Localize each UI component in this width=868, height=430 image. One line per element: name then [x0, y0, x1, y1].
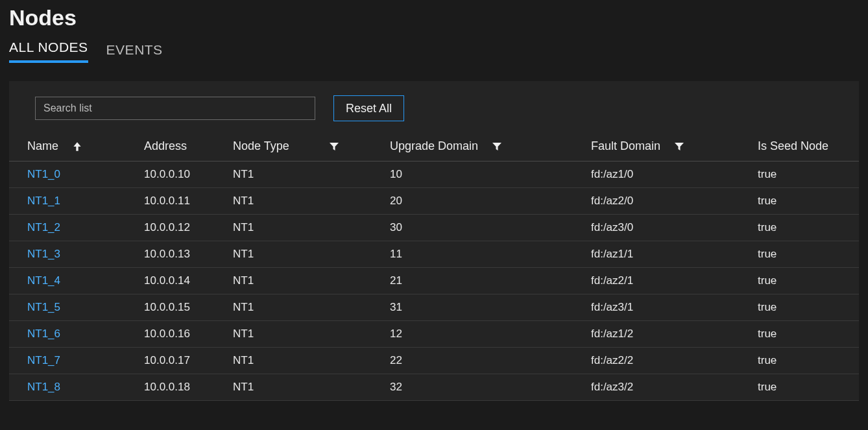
- node-is-seed: true: [753, 241, 859, 268]
- filter-icon[interactable]: [491, 141, 503, 152]
- node-address: 10.0.0.12: [139, 215, 228, 241]
- node-fault-domain: fd:/az1/1: [586, 241, 753, 268]
- node-address: 10.0.0.17: [139, 348, 228, 374]
- col-header-address-label: Address: [144, 139, 187, 153]
- arrow-up-icon[interactable]: [71, 141, 83, 152]
- table-row: NT1_510.0.0.15NT131fd:/az3/1true: [9, 294, 859, 321]
- tab-events[interactable]: EVENTS: [106, 42, 163, 63]
- node-is-seed: true: [753, 321, 859, 348]
- node-is-seed: true: [753, 268, 859, 294]
- page-title: Nodes: [0, 0, 868, 40]
- col-header-address[interactable]: Address: [139, 133, 228, 161]
- col-header-fault-domain-label: Fault Domain: [591, 139, 660, 153]
- table-row: NT1_110.0.0.11NT120fd:/az2/0true: [9, 188, 859, 215]
- filter-icon[interactable]: [328, 141, 340, 152]
- node-fault-domain: fd:/az1/0: [586, 161, 753, 188]
- content-panel: Reset All Name Address: [9, 81, 859, 401]
- col-header-node-type-label: Node Type: [233, 139, 289, 153]
- node-upgrade-domain: 32: [385, 374, 586, 401]
- node-fault-domain: fd:/az3/2: [586, 374, 753, 401]
- node-type: NT1: [228, 188, 385, 215]
- col-header-name-label: Name: [27, 139, 58, 153]
- node-fault-domain: fd:/az3/0: [586, 215, 753, 241]
- col-header-name[interactable]: Name: [9, 133, 139, 161]
- col-header-is-seed[interactable]: Is Seed Node: [753, 133, 859, 161]
- node-is-seed: true: [753, 348, 859, 374]
- node-type: NT1: [228, 374, 385, 401]
- node-fault-domain: fd:/az2/1: [586, 268, 753, 294]
- node-name-link[interactable]: NT1_0: [9, 161, 139, 188]
- node-type: NT1: [228, 268, 385, 294]
- node-fault-domain: fd:/az3/1: [586, 294, 753, 321]
- table-row: NT1_810.0.0.18NT132fd:/az3/2true: [9, 374, 859, 401]
- node-is-seed: true: [753, 294, 859, 321]
- node-type: NT1: [228, 241, 385, 268]
- node-name-link[interactable]: NT1_3: [9, 241, 139, 268]
- node-name-link[interactable]: NT1_1: [9, 188, 139, 215]
- col-header-fault-domain[interactable]: Fault Domain: [586, 133, 753, 161]
- node-is-seed: true: [753, 188, 859, 215]
- node-upgrade-domain: 30: [385, 215, 586, 241]
- node-type: NT1: [228, 161, 385, 188]
- node-name-link[interactable]: NT1_7: [9, 348, 139, 374]
- node-address: 10.0.0.14: [139, 268, 228, 294]
- node-address: 10.0.0.16: [139, 321, 228, 348]
- node-fault-domain: fd:/az1/2: [586, 321, 753, 348]
- table-row: NT1_010.0.0.10NT110fd:/az1/0true: [9, 161, 859, 188]
- node-upgrade-domain: 11: [385, 241, 586, 268]
- reset-all-button[interactable]: Reset All: [333, 95, 404, 121]
- tabs-bar: ALL NODES EVENTS: [0, 40, 868, 63]
- node-name-link[interactable]: NT1_4: [9, 268, 139, 294]
- node-address: 10.0.0.10: [139, 161, 228, 188]
- node-address: 10.0.0.13: [139, 241, 228, 268]
- table-row: NT1_210.0.0.12NT130fd:/az3/0true: [9, 215, 859, 241]
- node-upgrade-domain: 22: [385, 348, 586, 374]
- node-upgrade-domain: 10: [385, 161, 586, 188]
- node-is-seed: true: [753, 374, 859, 401]
- node-fault-domain: fd:/az2/0: [586, 188, 753, 215]
- node-name-link[interactable]: NT1_2: [9, 215, 139, 241]
- node-upgrade-domain: 20: [385, 188, 586, 215]
- node-upgrade-domain: 12: [385, 321, 586, 348]
- node-upgrade-domain: 31: [385, 294, 586, 321]
- node-address: 10.0.0.11: [139, 188, 228, 215]
- col-header-node-type[interactable]: Node Type: [228, 133, 385, 161]
- tab-all-nodes[interactable]: ALL NODES: [9, 40, 88, 63]
- node-name-link[interactable]: NT1_6: [9, 321, 139, 348]
- node-type: NT1: [228, 321, 385, 348]
- search-input[interactable]: [35, 97, 315, 120]
- node-type: NT1: [228, 348, 385, 374]
- filter-icon[interactable]: [673, 141, 685, 152]
- col-header-is-seed-label: Is Seed Node: [758, 139, 828, 153]
- table-row: NT1_310.0.0.13NT111fd:/az1/1true: [9, 241, 859, 268]
- node-is-seed: true: [753, 215, 859, 241]
- col-header-upgrade-domain[interactable]: Upgrade Domain: [385, 133, 586, 161]
- node-name-link[interactable]: NT1_5: [9, 294, 139, 321]
- node-type: NT1: [228, 215, 385, 241]
- toolbar: Reset All: [9, 95, 859, 133]
- table-row: NT1_710.0.0.17NT122fd:/az2/2true: [9, 348, 859, 374]
- node-upgrade-domain: 21: [385, 268, 586, 294]
- node-name-link[interactable]: NT1_8: [9, 374, 139, 401]
- node-address: 10.0.0.18: [139, 374, 228, 401]
- table-header-row: Name Address Node Type: [9, 133, 859, 161]
- table-row: NT1_410.0.0.14NT121fd:/az2/1true: [9, 268, 859, 294]
- node-address: 10.0.0.15: [139, 294, 228, 321]
- table-row: NT1_610.0.0.16NT112fd:/az1/2true: [9, 321, 859, 348]
- nodes-table: Name Address Node Type: [9, 133, 859, 401]
- node-is-seed: true: [753, 161, 859, 188]
- node-fault-domain: fd:/az2/2: [586, 348, 753, 374]
- node-type: NT1: [228, 294, 385, 321]
- col-header-upgrade-domain-label: Upgrade Domain: [390, 139, 478, 153]
